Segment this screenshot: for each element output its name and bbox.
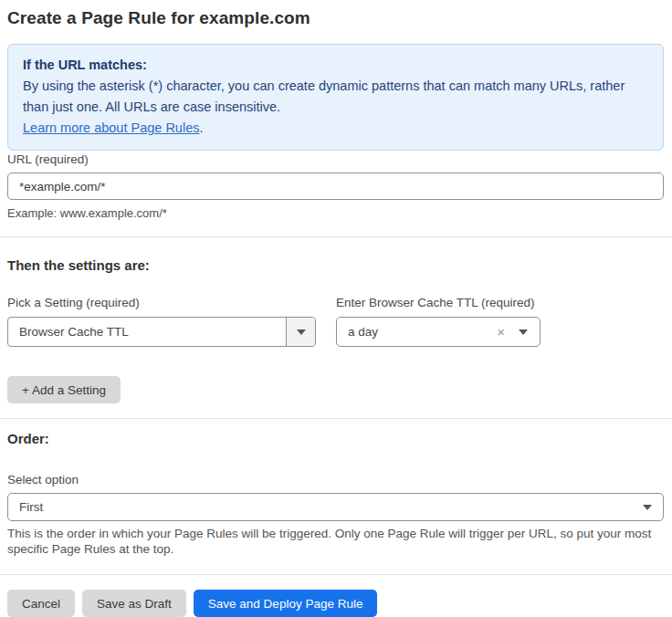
add-setting-button[interactable]: + Add a Setting <box>7 376 121 403</box>
learn-more-link[interactable]: Learn more about Page Rules <box>23 120 199 135</box>
order-select-label: Select option <box>7 472 664 487</box>
section-divider <box>0 418 672 419</box>
ttl-column: Enter Browser Cache TTL (required) a day… <box>336 295 541 347</box>
ttl-select[interactable]: a day × <box>336 317 541 347</box>
ttl-select-icons: × <box>497 325 540 339</box>
settings-section-heading: Then the settings are: <box>7 257 664 274</box>
clear-selection-icon[interactable]: × <box>497 325 505 339</box>
info-box-body: By using the asterisk (*) character, you… <box>23 76 648 118</box>
info-box-heading: If the URL matches: <box>23 55 648 76</box>
pick-setting-select[interactable]: Browser Cache TTL <box>7 317 316 347</box>
footer-divider <box>0 574 672 575</box>
ttl-selected-value: a day <box>337 325 497 339</box>
pick-setting-column: Pick a Setting (required) Browser Cache … <box>7 295 316 347</box>
chevron-down-icon <box>643 505 652 510</box>
url-input[interactable] <box>7 173 664 200</box>
order-helper-text: This is the order in which your Page Rul… <box>7 527 664 557</box>
cancel-button[interactable]: Cancel <box>7 590 75 617</box>
settings-row: Pick a Setting (required) Browser Cache … <box>7 295 664 347</box>
chevron-down-icon <box>519 329 528 335</box>
info-box-body-text: By using the asterisk (*) character, you… <box>23 78 625 114</box>
order-selected-value: First <box>8 500 643 514</box>
dropdown-arrow-segment[interactable] <box>286 318 315 346</box>
footer-buttons: Cancel Save as Draft Save and Deploy Pag… <box>7 590 664 617</box>
info-box-link-line: Learn more about Page Rules. <box>23 118 648 139</box>
url-match-info-box: If the URL matches: By using the asteris… <box>7 44 664 151</box>
order-section-heading: Order: <box>7 431 664 447</box>
pick-setting-label: Pick a Setting (required) <box>7 295 316 310</box>
pick-setting-selected-value: Browser Cache TTL <box>8 325 286 339</box>
url-label: URL (required) <box>7 152 89 166</box>
order-select-icons <box>643 505 663 510</box>
ttl-label: Enter Browser Cache TTL (required) <box>336 295 541 310</box>
url-example-helper: Example: www.example.com/* <box>7 206 664 221</box>
create-page-rule-form: Create a Page Rule for example.com If th… <box>0 0 672 617</box>
link-period: . <box>199 120 203 135</box>
page-title: Create a Page Rule for example.com <box>7 7 664 29</box>
section-divider <box>0 236 672 237</box>
chevron-down-icon <box>297 329 306 335</box>
save-as-draft-button[interactable]: Save as Draft <box>82 590 186 617</box>
save-and-deploy-button[interactable]: Save and Deploy Page Rule <box>194 590 378 617</box>
order-select[interactable]: First <box>7 493 664 521</box>
